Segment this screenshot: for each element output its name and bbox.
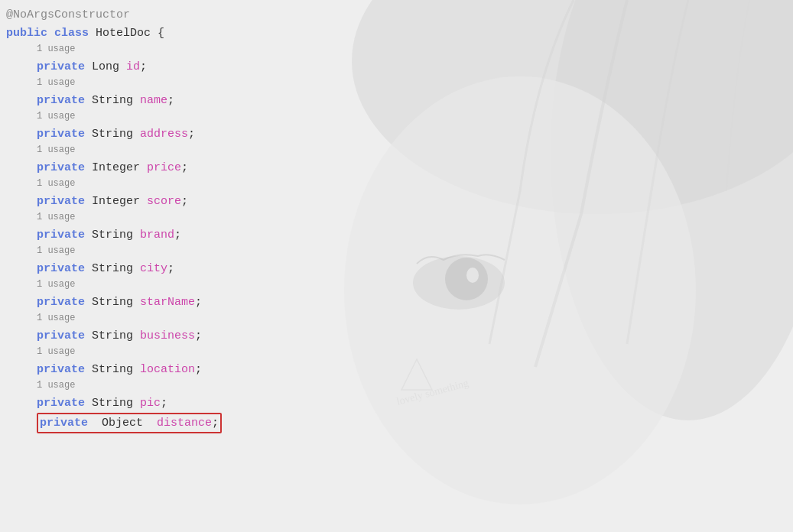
field-id-line: private Long id; xyxy=(0,58,793,76)
class-keyword: class xyxy=(54,24,89,42)
usage-name: 1 usage xyxy=(0,76,793,92)
usage-pic: 1 usage xyxy=(0,379,793,394)
usage-city: 1 usage xyxy=(0,245,793,260)
code-editor: @NoArgsConstructor public class HotelDoc… xyxy=(0,0,793,532)
usage-brand: 1 usage xyxy=(0,211,793,226)
field-pic-line: private String pic; xyxy=(0,394,793,413)
field-score-line: private Integer score; xyxy=(0,193,793,211)
usage-price: 1 usage xyxy=(0,144,793,159)
field-price-line: private Integer price; xyxy=(0,159,793,177)
highlighted-distance-field: private Object distance; xyxy=(37,413,222,433)
field-brand-line: private String brand; xyxy=(0,226,793,245)
class-name: HotelDoc { xyxy=(96,24,164,42)
field-location-line: private String location; xyxy=(0,361,793,379)
class-declaration-line: public class HotelDoc { xyxy=(0,24,793,43)
field-city-line: private String city; xyxy=(0,260,793,278)
usage-starname: 1 usage xyxy=(0,278,793,294)
public-keyword: public xyxy=(6,24,47,42)
field-starname-line: private String starName; xyxy=(0,294,793,312)
annotation-text: @NoArgsConstructor xyxy=(6,6,130,24)
usage-address: 1 usage xyxy=(0,110,793,125)
usage-id: 1 usage xyxy=(0,43,793,58)
usage-score: 1 usage xyxy=(0,177,793,193)
annotation-line: @NoArgsConstructor xyxy=(0,6,793,24)
field-business-line: private String business; xyxy=(0,327,793,345)
usage-location: 1 usage xyxy=(0,345,793,361)
field-address-line: private String address; xyxy=(0,125,793,144)
field-name-line: private String name; xyxy=(0,92,793,110)
usage-business: 1 usage xyxy=(0,312,793,327)
field-distance-line: private Object distance; xyxy=(0,413,793,433)
